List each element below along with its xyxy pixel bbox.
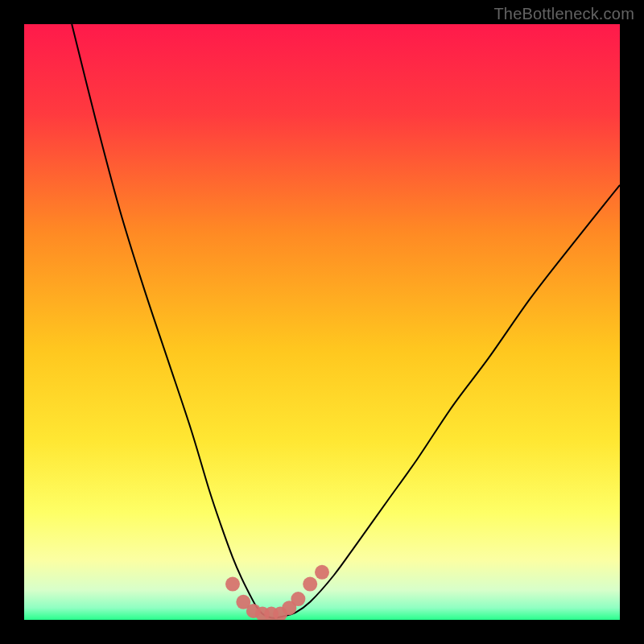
dot xyxy=(291,592,305,606)
plot-area xyxy=(24,24,620,620)
dot xyxy=(303,577,317,592)
chart-frame: TheBottleneck.com xyxy=(0,0,644,644)
watermark-text: TheBottleneck.com xyxy=(493,5,634,23)
dot xyxy=(225,577,240,592)
chart-svg xyxy=(24,24,620,620)
gradient-background xyxy=(24,24,620,620)
dot xyxy=(315,565,329,580)
